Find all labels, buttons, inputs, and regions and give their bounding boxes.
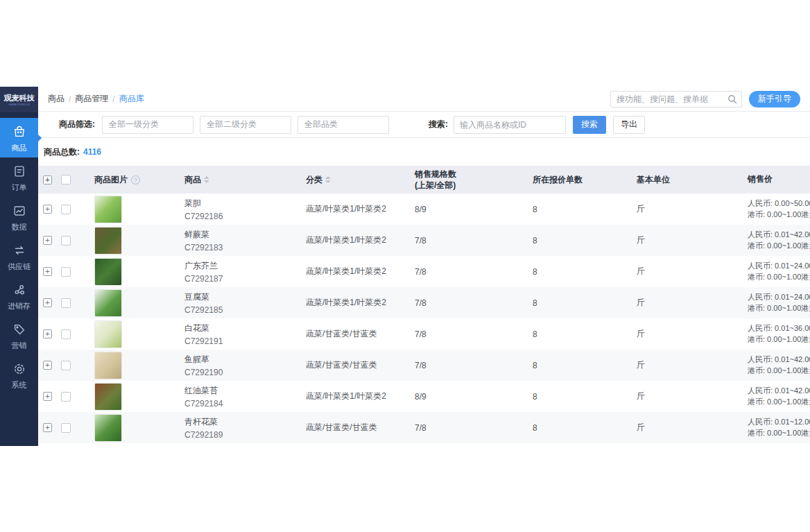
sidebar-item-marketing[interactable]: 营销 bbox=[0, 316, 38, 355]
row-checkbox[interactable] bbox=[61, 267, 71, 277]
price-hkd: 港币: 0.00~1.00港元 bbox=[748, 303, 810, 314]
sidebar-item-products[interactable]: 商品 bbox=[0, 118, 38, 157]
products-table: + 商品图片? 商品 分类 销售规格数(上架/全部) 所在报价单数 基本单位 销… bbox=[38, 166, 810, 443]
product-image[interactable] bbox=[94, 196, 122, 223]
sidebar-item-orders[interactable]: 订单 bbox=[0, 157, 38, 197]
spec-count: 7/8 bbox=[415, 423, 533, 433]
beginner-guide-button[interactable]: 新手引导 bbox=[749, 91, 800, 108]
header-category[interactable]: 分类 bbox=[306, 175, 322, 185]
sort-icon[interactable] bbox=[325, 176, 331, 183]
sidebar-item-label: 商品 bbox=[12, 144, 27, 152]
product-image[interactable] bbox=[94, 320, 122, 348]
table-row: + 红油菜苔C7292184 蔬菜/叶菜类1/叶菜类2 8/9 8 斤 人民币:… bbox=[38, 381, 810, 412]
summary-bar: 商品总数: 4116 bbox=[38, 138, 810, 166]
select-value: 全部品类 bbox=[304, 119, 338, 130]
total-count-label: 商品总数: bbox=[44, 146, 80, 158]
header-product[interactable]: 商品 bbox=[184, 175, 201, 185]
sidebar-item-supply-chain[interactable]: 供应链 bbox=[0, 237, 38, 276]
quote-count: 8 bbox=[533, 329, 637, 339]
row-checkbox[interactable] bbox=[61, 298, 71, 308]
sidebar-item-label: 订单 bbox=[12, 184, 27, 191]
spec-count: 8/9 bbox=[415, 392, 533, 402]
row-checkbox[interactable] bbox=[61, 205, 71, 214]
table-header: + 商品图片? 商品 分类 销售规格数(上架/全部) 所在报价单数 基本单位 销… bbox=[38, 166, 810, 194]
main-content: 商品 / 商品管理 / 商品库 新手引导 商品筛选: 全部一级分类 全部二级分类… bbox=[38, 87, 810, 446]
breadcrumb-product-management[interactable]: 商品管理 bbox=[75, 93, 108, 105]
price-hkd: 港币: 0.00~1.00港元 bbox=[748, 209, 810, 221]
sidebar-nav: 商品 订单 数据 供应链 进销存 营销 bbox=[0, 112, 38, 395]
row-checkbox[interactable] bbox=[61, 392, 71, 402]
row-checkbox[interactable] bbox=[61, 236, 71, 246]
breadcrumb: 商品 / 商品管理 / 商品库 bbox=[48, 93, 144, 105]
price-cny: 人民币: 0.01~24.00元 bbox=[748, 292, 810, 303]
base-unit: 斤 bbox=[637, 328, 748, 340]
base-unit: 斤 bbox=[637, 391, 748, 402]
product-code: C7292189 bbox=[184, 430, 306, 440]
share-nodes-icon bbox=[12, 282, 27, 300]
spec-count: 7/8 bbox=[415, 298, 533, 308]
global-search-input[interactable] bbox=[610, 91, 742, 108]
product-category: 蔬菜/叶菜类1/叶菜类2 bbox=[306, 266, 415, 277]
keyword-search-input[interactable] bbox=[454, 116, 566, 134]
quote-count: 8 bbox=[533, 423, 637, 433]
spec-count: 8/9 bbox=[415, 205, 533, 214]
product-code: C7292186 bbox=[184, 212, 306, 221]
spec-count: 7/8 bbox=[415, 267, 533, 277]
sort-icon[interactable] bbox=[204, 176, 209, 183]
select-value: 全部一级分类 bbox=[109, 119, 159, 130]
expand-row-icon[interactable]: + bbox=[43, 361, 52, 370]
expand-row-icon[interactable]: + bbox=[43, 392, 52, 401]
select-all-checkbox[interactable] bbox=[61, 175, 71, 185]
logo-title: 观麦科技 bbox=[4, 93, 35, 103]
spec-count: 7/8 bbox=[415, 361, 533, 370]
spec-count: 7/8 bbox=[415, 236, 533, 246]
topbar: 商品 / 商品管理 / 商品库 新手引导 bbox=[38, 87, 810, 112]
category-level2-select[interactable]: 全部二级分类 bbox=[200, 116, 291, 134]
price-hkd: 港币: 0.00~1.00港元 bbox=[748, 397, 810, 408]
expand-row-icon[interactable]: + bbox=[43, 236, 52, 245]
search-button[interactable]: 搜索 bbox=[573, 116, 606, 134]
sidebar-item-data[interactable]: 数据 bbox=[0, 197, 38, 237]
product-image[interactable] bbox=[94, 289, 122, 317]
product-image[interactable] bbox=[94, 258, 122, 286]
keyword-search-label: 搜索: bbox=[429, 119, 448, 130]
product-image[interactable] bbox=[94, 227, 122, 255]
header-specs-line1: 销售规格数 bbox=[415, 169, 533, 180]
total-count-value: 4116 bbox=[83, 147, 101, 157]
category-type-select[interactable]: 全部品类 bbox=[298, 116, 389, 134]
product-name: 鲜蕨菜 bbox=[184, 229, 306, 241]
breadcrumb-products[interactable]: 商品 bbox=[48, 93, 64, 105]
table-row: + 白花菜C7292191 蔬菜/甘蓝类/甘蓝类 7/8 8 斤 人民币: 0.… bbox=[38, 318, 810, 350]
row-checkbox[interactable] bbox=[61, 423, 71, 433]
quote-count: 8 bbox=[533, 298, 637, 308]
app-window: 观麦科技 GUANMAI TECHNOLOGY 商品 订单 数据 供应链 bbox=[0, 87, 810, 446]
expand-row-icon[interactable]: + bbox=[43, 267, 52, 276]
expand-all-icon[interactable]: + bbox=[43, 175, 52, 185]
spec-count: 7/8 bbox=[415, 329, 533, 339]
quote-count: 8 bbox=[533, 236, 637, 246]
product-image[interactable] bbox=[94, 352, 122, 379]
help-icon[interactable]: ? bbox=[131, 175, 140, 185]
product-name: 鱼腥草 bbox=[184, 354, 306, 366]
table-row: + 菜胆C7292186 蔬菜/叶菜类1/叶菜类2 8/9 8 斤 人民币: 0… bbox=[38, 194, 810, 225]
quote-count: 8 bbox=[533, 267, 637, 277]
sidebar-item-label: 系统 bbox=[12, 381, 27, 389]
product-image[interactable] bbox=[94, 414, 122, 442]
sidebar-item-inventory[interactable]: 进销存 bbox=[0, 276, 38, 316]
sidebar-item-label: 进销存 bbox=[8, 302, 31, 310]
swap-arrows-icon bbox=[12, 243, 27, 261]
search-icon[interactable] bbox=[727, 94, 738, 105]
row-checkbox[interactable] bbox=[61, 361, 71, 370]
expand-row-icon[interactable]: + bbox=[43, 423, 52, 432]
product-image[interactable] bbox=[94, 383, 122, 411]
export-button[interactable]: 导出 bbox=[613, 116, 645, 134]
category-level1-select[interactable]: 全部一级分类 bbox=[102, 116, 193, 134]
expand-row-icon[interactable]: + bbox=[43, 329, 52, 338]
row-checkbox[interactable] bbox=[61, 329, 71, 339]
table-row: + 鲜蕨菜C7292183 蔬菜/叶菜类1/叶菜类2 7/8 8 斤 人民币: … bbox=[38, 225, 810, 256]
expand-row-icon[interactable]: + bbox=[43, 298, 52, 307]
base-unit: 斤 bbox=[637, 359, 748, 371]
sidebar-item-system[interactable]: 系统 bbox=[0, 355, 38, 395]
topbar-right: 新手引导 bbox=[610, 91, 800, 108]
expand-row-icon[interactable]: + bbox=[43, 205, 52, 214]
